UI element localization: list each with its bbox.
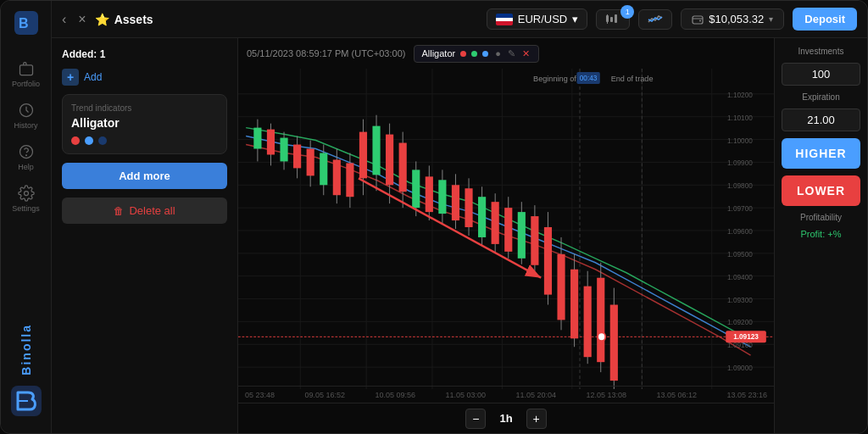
lower-button[interactable]: LOWER bbox=[782, 175, 860, 206]
svg-rect-46 bbox=[307, 149, 314, 176]
chart-type-button[interactable]: 1 bbox=[596, 9, 630, 30]
svg-rect-42 bbox=[280, 138, 287, 162]
chevron-down-icon: ▾ bbox=[769, 14, 773, 24]
indicator-dots bbox=[71, 136, 218, 145]
trash-icon: 🗑 bbox=[114, 205, 124, 217]
expiration-input[interactable] bbox=[782, 108, 860, 131]
svg-rect-78 bbox=[518, 212, 526, 259]
svg-rect-66 bbox=[438, 180, 446, 214]
svg-text:1.10100: 1.10100 bbox=[727, 113, 753, 121]
svg-text:1.09000: 1.09000 bbox=[727, 364, 753, 372]
svg-rect-48 bbox=[320, 153, 327, 185]
sidebar-item-history[interactable]: History bbox=[1, 95, 51, 136]
chart-info-bar: 05/11/2023 08:59:17 PM (UTC+03:00) Allig… bbox=[238, 38, 774, 69]
back-button[interactable]: ‹ bbox=[62, 12, 66, 27]
sidebar-item-help[interactable]: Help bbox=[1, 136, 51, 178]
svg-text:B: B bbox=[19, 16, 29, 31]
svg-rect-76 bbox=[504, 208, 512, 252]
alligator-bar: Alligator ● ✎ ✕ bbox=[414, 45, 538, 63]
currency-selector[interactable]: EUR/USD ▾ bbox=[487, 8, 588, 30]
svg-rect-44 bbox=[293, 145, 301, 169]
svg-rect-58 bbox=[386, 135, 393, 186]
right-trading-panel: Investments Expiration HIGHER LOWER Prof… bbox=[774, 38, 867, 433]
svg-rect-80 bbox=[531, 216, 538, 265]
chart-bottom-bar: − 1h + bbox=[238, 403, 774, 433]
svg-text:1.09700: 1.09700 bbox=[727, 204, 753, 213]
investments-label: Investments bbox=[782, 47, 860, 56]
chart-area[interactable]: 05/11/2023 08:59:17 PM (UTC+03:00) Allig… bbox=[238, 38, 774, 433]
svg-rect-54 bbox=[359, 132, 367, 179]
profitability-label: Profitability bbox=[782, 213, 860, 222]
svg-point-4 bbox=[19, 146, 32, 159]
sidebar-item-settings[interactable]: Settings bbox=[1, 178, 51, 220]
indicator-name: Alligator bbox=[71, 116, 218, 130]
add-indicator-button[interactable]: + Add bbox=[62, 69, 227, 86]
time-label-8: 13.05 23:16 bbox=[726, 391, 767, 399]
dot-red bbox=[71, 136, 80, 145]
indicator-type: Trend indicators bbox=[71, 103, 218, 113]
svg-rect-90 bbox=[597, 278, 604, 362]
svg-text:1.09300: 1.09300 bbox=[727, 295, 753, 303]
svg-point-14 bbox=[699, 19, 701, 21]
add-more-button[interactable]: Add more bbox=[62, 163, 227, 189]
profit-value: Profit: +% bbox=[782, 229, 860, 239]
sidebar-item-portfolio[interactable]: Portfolio bbox=[1, 53, 51, 95]
svg-rect-86 bbox=[570, 270, 578, 339]
svg-text:1.09200: 1.09200 bbox=[727, 318, 753, 326]
alligator-edit-button[interactable]: ✎ bbox=[506, 48, 517, 59]
svg-rect-9 bbox=[610, 17, 613, 22]
svg-text:1.10200: 1.10200 bbox=[727, 90, 753, 98]
assets-title: ⭐ Assets bbox=[95, 13, 153, 26]
sidebar: B Portfolio History Help bbox=[1, 1, 52, 433]
svg-text:1.09800: 1.09800 bbox=[727, 181, 753, 190]
svg-rect-52 bbox=[346, 163, 353, 197]
wallet-icon bbox=[692, 14, 704, 25]
top-bar: ‹ × ⭐ Assets EUR/USD ▾ 1 bbox=[52, 1, 867, 38]
investments-input[interactable] bbox=[782, 63, 860, 86]
svg-text:1.09123: 1.09123 bbox=[733, 332, 759, 341]
svg-rect-62 bbox=[412, 170, 420, 208]
svg-rect-64 bbox=[426, 176, 433, 212]
indicator-panel: Added: 1 + Add Trend indicators Alligato… bbox=[52, 38, 238, 433]
delete-all-button[interactable]: 🗑 Delete all bbox=[62, 198, 227, 224]
svg-rect-92 bbox=[610, 305, 618, 381]
svg-rect-2 bbox=[19, 65, 32, 75]
zoom-in-button[interactable]: + bbox=[526, 409, 547, 429]
alligator-delete-button[interactable]: ✕ bbox=[520, 48, 531, 59]
svg-text:00:43: 00:43 bbox=[580, 74, 598, 82]
indicator-button[interactable] bbox=[638, 9, 672, 30]
notification-badge: 1 bbox=[620, 5, 634, 19]
svg-text:1.09400: 1.09400 bbox=[727, 272, 753, 281]
svg-rect-13 bbox=[693, 16, 703, 24]
higher-button[interactable]: HIGHER bbox=[782, 138, 860, 169]
dot-darkblue bbox=[98, 136, 107, 145]
svg-rect-60 bbox=[399, 143, 407, 192]
svg-point-6 bbox=[24, 192, 28, 196]
svg-rect-10 bbox=[615, 14, 617, 23]
candles-icon bbox=[605, 14, 620, 25]
svg-rect-70 bbox=[465, 188, 472, 227]
sidebar-bottom: Binolla bbox=[11, 324, 42, 425]
alligator-eye-button[interactable]: ● bbox=[493, 48, 503, 59]
close-button[interactable]: × bbox=[78, 12, 86, 27]
svg-rect-56 bbox=[372, 126, 380, 175]
deposit-button[interactable]: Deposit bbox=[793, 8, 857, 31]
time-label-6: 12.05 13:08 bbox=[586, 391, 626, 399]
svg-rect-88 bbox=[584, 287, 592, 358]
time-label-2: 09.05 16:52 bbox=[304, 391, 345, 399]
svg-rect-8 bbox=[606, 15, 609, 22]
flag-icon bbox=[496, 14, 513, 25]
svg-text:1.09900: 1.09900 bbox=[727, 159, 753, 167]
time-label-4: 11.05 03:00 bbox=[445, 391, 486, 399]
zoom-out-button[interactable]: − bbox=[465, 409, 486, 429]
binolla-icon bbox=[11, 386, 42, 416]
star-icon: ⭐ bbox=[95, 13, 109, 26]
alligator-label: Alligator bbox=[421, 48, 455, 58]
timeframe-display[interactable]: 1h bbox=[499, 412, 512, 425]
svg-rect-84 bbox=[557, 254, 565, 320]
added-label: Added: 1 bbox=[62, 48, 227, 60]
svg-rect-74 bbox=[492, 202, 499, 244]
app-name: Binolla bbox=[19, 324, 33, 376]
dot-blue bbox=[85, 136, 93, 145]
svg-rect-72 bbox=[478, 197, 486, 237]
